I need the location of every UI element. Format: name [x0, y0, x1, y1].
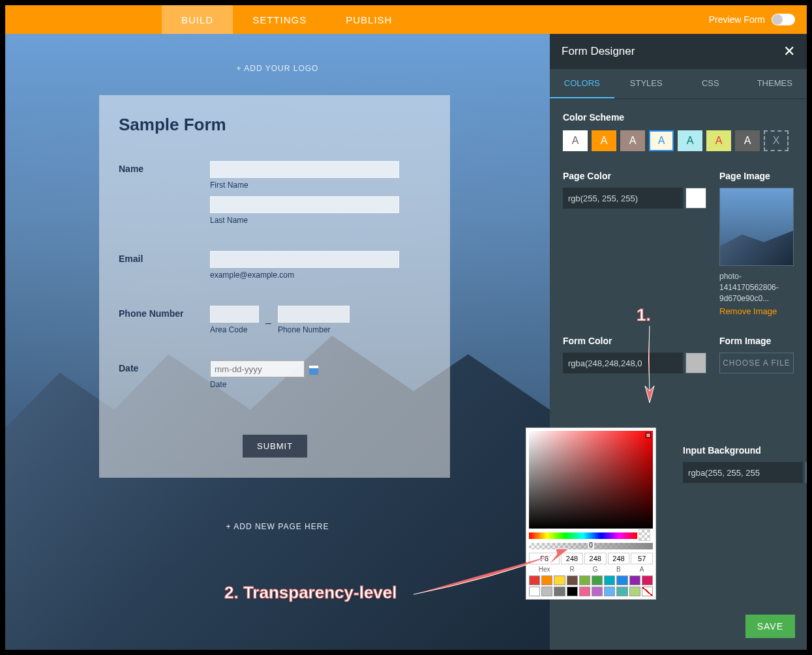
form-row-phone: Phone Number Area Code – Phone Number: [119, 306, 430, 341]
phone-number-input[interactable]: [278, 306, 350, 323]
current-color-preview: [639, 529, 650, 541]
save-button[interactable]: SAVE: [745, 615, 795, 638]
last-name-input[interactable]: [210, 196, 399, 213]
annotation-1: 1.: [637, 305, 651, 325]
scheme-swatch-1[interactable]: A: [563, 130, 588, 151]
nav-tab-publish[interactable]: PUBLISH: [326, 5, 412, 34]
close-icon[interactable]: ✕: [783, 43, 795, 60]
form-row-date: Date Date: [119, 360, 430, 396]
form-color-label: Form Color: [563, 336, 706, 346]
email-hint: example@example.com: [210, 270, 430, 280]
first-name-hint: First Name: [210, 181, 430, 190]
form-title: Sample Form: [119, 115, 430, 135]
g-input[interactable]: [584, 553, 607, 564]
preset-swatch-16[interactable]: [604, 587, 615, 596]
form-image-label: Form Image: [719, 336, 794, 346]
panel-tabs: COLORS STYLES CSS THEMES: [550, 69, 807, 99]
input-bg-swatch[interactable]: [805, 462, 807, 483]
scheme-swatch-6[interactable]: A: [706, 130, 731, 151]
annotation-2: 2. Transparency-level: [224, 583, 397, 603]
date-input[interactable]: [210, 360, 305, 377]
color-handle[interactable]: [646, 433, 651, 438]
preset-swatch-17[interactable]: [616, 587, 627, 596]
form-row-name: Name First Name Last Name: [119, 161, 430, 231]
date-label: Date: [119, 360, 210, 396]
email-input[interactable]: [210, 251, 399, 268]
scheme-swatch-2[interactable]: A: [592, 130, 616, 151]
area-code-input[interactable]: [210, 306, 259, 323]
preset-swatch-7[interactable]: [616, 575, 627, 585]
add-page-button[interactable]: + ADD NEW PAGE HERE: [226, 522, 329, 531]
page-color-label: Page Color: [563, 171, 706, 181]
add-logo-button[interactable]: + ADD YOUR LOGO: [237, 64, 319, 73]
tab-css[interactable]: CSS: [678, 69, 743, 98]
b-label: B: [608, 566, 630, 573]
nav-tab-settings[interactable]: SETTINGS: [233, 5, 326, 34]
tab-colors[interactable]: COLORS: [550, 69, 614, 98]
top-nav: BUILD SETTINGS PUBLISH Preview Form: [5, 5, 807, 34]
input-bg-label: Input Background: [683, 445, 794, 456]
page-image-thumbnail[interactable]: [719, 188, 794, 266]
form-row-email: Email example@example.com: [119, 251, 430, 286]
scheme-swatch-7[interactable]: A: [735, 130, 760, 151]
color-gradient-area[interactable]: [529, 431, 653, 529]
a-label: A: [631, 566, 653, 573]
form-color-swatch[interactable]: [685, 353, 706, 373]
name-label: Name: [119, 161, 210, 231]
preview-form-toggle[interactable]: Preview Form: [709, 14, 795, 25]
preset-swatch-14[interactable]: [579, 587, 590, 596]
page-color-swatch[interactable]: [685, 188, 706, 209]
last-name-hint: Last Name: [210, 216, 430, 225]
page-image-label: Page Image: [719, 171, 794, 181]
scheme-swatch-custom[interactable]: X: [764, 130, 789, 151]
toggle-switch[interactable]: [772, 14, 795, 25]
scheme-swatch-3[interactable]: A: [620, 130, 645, 151]
main-area: + ADD YOUR LOGO Sample Form Name First N…: [5, 34, 807, 650]
preset-swatch-5[interactable]: [592, 575, 603, 585]
color-scheme-label: Color Scheme: [563, 112, 794, 123]
annotation-arrow-2: [414, 546, 571, 597]
preset-swatch-19[interactable]: [642, 587, 653, 596]
nav-tab-build[interactable]: BUILD: [162, 5, 233, 34]
page-color-input[interactable]: [563, 188, 683, 209]
scheme-swatch-5[interactable]: A: [678, 130, 702, 151]
form-preview: Sample Form Name First Name Last Name Em…: [99, 95, 450, 478]
hue-slider[interactable]: [529, 532, 637, 539]
phone-label: Phone Number: [119, 306, 210, 341]
preset-swatch-15[interactable]: [592, 587, 603, 596]
preset-swatch-4[interactable]: [579, 575, 590, 585]
b-input[interactable]: [608, 553, 630, 564]
tab-themes[interactable]: THEMES: [743, 69, 807, 98]
tab-styles[interactable]: STYLES: [614, 69, 679, 98]
submit-button[interactable]: SUBMIT: [243, 435, 307, 458]
remove-image-link[interactable]: Remove Image: [719, 306, 794, 316]
page-image-filename: photo-1414170562806-9d670e90c0...: [719, 271, 794, 304]
preset-swatch-6[interactable]: [604, 575, 615, 585]
choose-file-button[interactable]: CHOOSE A FILE: [719, 353, 794, 373]
preset-swatch-9[interactable]: [642, 575, 653, 585]
input-bg-input[interactable]: [683, 462, 803, 483]
color-scheme-row: A A A A A A A X: [563, 130, 794, 151]
a-input[interactable]: [631, 553, 653, 564]
phone-number-hint: Phone Number: [278, 325, 350, 334]
date-hint: Date: [210, 380, 430, 389]
annotation-arrow-1: [642, 326, 657, 405]
preset-swatch-18[interactable]: [629, 587, 640, 596]
g-label: G: [584, 566, 607, 573]
panel-header: Form Designer ✕: [550, 34, 807, 69]
scheme-swatch-4[interactable]: A: [649, 130, 674, 151]
first-name-input[interactable]: [210, 161, 399, 178]
email-label: Email: [119, 251, 210, 286]
calendar-icon[interactable]: [308, 365, 319, 375]
preset-swatch-8[interactable]: [629, 575, 640, 585]
phone-separator: –: [265, 317, 271, 329]
form-color-input[interactable]: [563, 353, 683, 373]
panel-title: Form Designer: [562, 45, 635, 58]
preview-form-label: Preview Form: [709, 14, 765, 25]
area-code-hint: Area Code: [210, 325, 259, 334]
